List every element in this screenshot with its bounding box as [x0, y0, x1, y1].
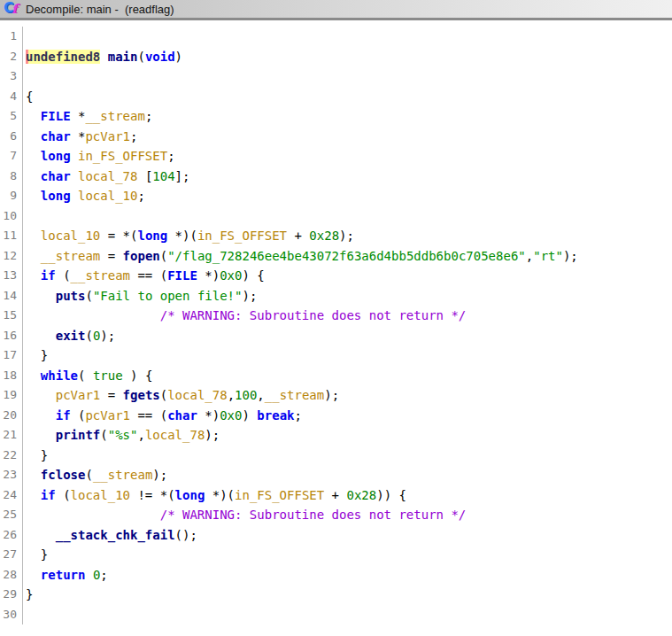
code-token[interactable]: (); — [175, 528, 197, 542]
code-token[interactable]: true — [93, 368, 123, 383]
code-token[interactable]: fgets — [123, 388, 160, 402]
code-token[interactable]: ( — [85, 468, 92, 482]
code-token[interactable]: } — [26, 587, 33, 601]
code-token[interactable]: == ( — [130, 268, 167, 283]
code-token[interactable]: ( — [160, 249, 167, 263]
code-token[interactable]: "rt" — [533, 249, 563, 263]
code-token[interactable]: pcVar1 — [85, 408, 130, 423]
code-token[interactable]: __stream — [93, 468, 152, 482]
code-token[interactable]: puts — [56, 289, 86, 303]
code-token[interactable]: in_FS_OFFSET — [235, 488, 324, 502]
code-token[interactable]: char — [167, 408, 197, 423]
code-token[interactable]: ; — [145, 109, 152, 123]
code-token[interactable]: ) — [242, 408, 257, 423]
code-token[interactable]: if — [56, 408, 71, 423]
code-token[interactable]: long — [175, 488, 205, 502]
code-token[interactable]: + — [287, 229, 309, 243]
code-token[interactable]: ); — [242, 289, 257, 303]
code-token[interactable]: fopen — [123, 249, 160, 263]
code-token[interactable]: 104 — [152, 169, 174, 183]
code-token[interactable]: ); — [100, 329, 115, 343]
code-token[interactable]: } — [26, 448, 48, 462]
code-token[interactable]: 0x28 — [346, 488, 376, 502]
code-token[interactable]: char — [41, 129, 71, 143]
code-token[interactable]: 0x0 — [220, 268, 242, 283]
code-token[interactable]: * — [71, 129, 86, 143]
code-token[interactable]: ( — [56, 268, 71, 283]
code-token[interactable]: long — [41, 189, 71, 203]
code-token[interactable]: while — [41, 368, 78, 383]
code-token[interactable]: fclose — [41, 468, 86, 482]
code-token[interactable]: , — [257, 388, 264, 402]
code-token[interactable]: ); — [152, 468, 167, 482]
code-token[interactable]: 0x28 — [309, 229, 339, 243]
code-token[interactable]: main — [108, 50, 138, 64]
code-token[interactable]: != *( — [130, 488, 175, 502]
code-token[interactable]: = *( — [100, 229, 137, 243]
code-token[interactable]: FILE — [41, 109, 71, 123]
code-token[interactable]: pcVar1 — [85, 129, 130, 143]
code-token[interactable]: == ( — [130, 408, 167, 423]
code-token[interactable]: ); — [563, 249, 578, 263]
code-token[interactable]: } — [26, 348, 48, 362]
code-token[interactable]: ( — [85, 329, 92, 343]
code-token[interactable]: ( — [78, 368, 93, 383]
code-token[interactable]: ; — [137, 189, 144, 203]
code-token[interactable]: { — [26, 89, 33, 104]
code-token[interactable]: void — [145, 50, 175, 64]
code-token[interactable]: in_FS_OFFSET — [197, 229, 287, 243]
code-token[interactable]: "%s" — [108, 428, 138, 442]
code-token[interactable]: "Fail to open file!" — [93, 289, 243, 303]
code-token[interactable]: if — [41, 268, 56, 283]
code-token[interactable]: = — [100, 249, 122, 263]
code-token[interactable]: 0x0 — [220, 408, 242, 423]
code-token[interactable]: ; — [295, 408, 302, 423]
code-token[interactable]: + — [324, 488, 346, 502]
code-token[interactable]: ); — [205, 428, 220, 442]
code-token[interactable]: ( — [137, 50, 144, 64]
code-token[interactable]: )) { — [376, 488, 406, 502]
code-token[interactable]: ( — [160, 388, 167, 402]
code-token[interactable]: local_10 — [41, 229, 100, 243]
code-token[interactable]: , — [137, 428, 144, 442]
code-token[interactable]: local_78 — [78, 169, 137, 183]
code-token[interactable]: long — [137, 229, 167, 243]
code-token[interactable]: __stream — [85, 109, 144, 123]
code-token[interactable]: ; — [167, 149, 174, 163]
code-token[interactable]: *)( — [205, 488, 235, 502]
code-token[interactable]: printf — [56, 428, 101, 442]
code-token[interactable]: ( — [85, 289, 92, 303]
code-token[interactable]: "/flag_728246ee4be43072f63a6d4bb5ddb6b0c… — [167, 249, 526, 263]
code-token[interactable]: ( — [71, 408, 86, 423]
code-token[interactable]: *)( — [167, 229, 197, 243]
code-token[interactable]: ( — [56, 488, 71, 502]
code-token[interactable]: ) { — [242, 268, 264, 283]
code-token[interactable]: ( — [100, 428, 107, 442]
code-token[interactable]: *) — [197, 408, 220, 423]
code-token[interactable]: , — [526, 249, 533, 263]
code-token[interactable]: [ — [137, 169, 152, 183]
code-token[interactable]: __stack_chk_fail — [56, 528, 175, 542]
code-token[interactable]: if — [41, 488, 56, 502]
code-token[interactable]: = — [100, 388, 122, 402]
code-token[interactable]: *) — [197, 268, 220, 283]
code-token[interactable]: __stream — [71, 268, 130, 283]
code-token[interactable]: char — [41, 169, 71, 183]
code-token[interactable]: ; — [130, 129, 137, 143]
code-token[interactable]: local_10 — [71, 488, 130, 502]
code-token[interactable]: __stream — [41, 249, 100, 263]
code-token[interactable]: return — [41, 568, 86, 582]
code-token[interactable]: , — [228, 388, 235, 402]
window-titlebar[interactable]: C f Decompile: main - (readflag) — [0, 0, 672, 20]
code-token[interactable]: exit — [56, 329, 86, 343]
code-token[interactable]: pcVar1 — [56, 388, 101, 402]
code-token[interactable]: ) — [175, 50, 182, 64]
code-token[interactable]: ) { — [123, 368, 153, 383]
code-token[interactable]: undefined8 — [26, 50, 100, 64]
code-token[interactable]: } — [26, 547, 48, 562]
code-token[interactable]: long — [41, 149, 71, 163]
code-token[interactable]: ]; — [175, 169, 190, 183]
code-token[interactable]: /* WARNING: Subroutine does not return *… — [160, 508, 467, 522]
code-token[interactable]: FILE — [167, 268, 197, 283]
code-token[interactable]: ); — [324, 388, 339, 402]
